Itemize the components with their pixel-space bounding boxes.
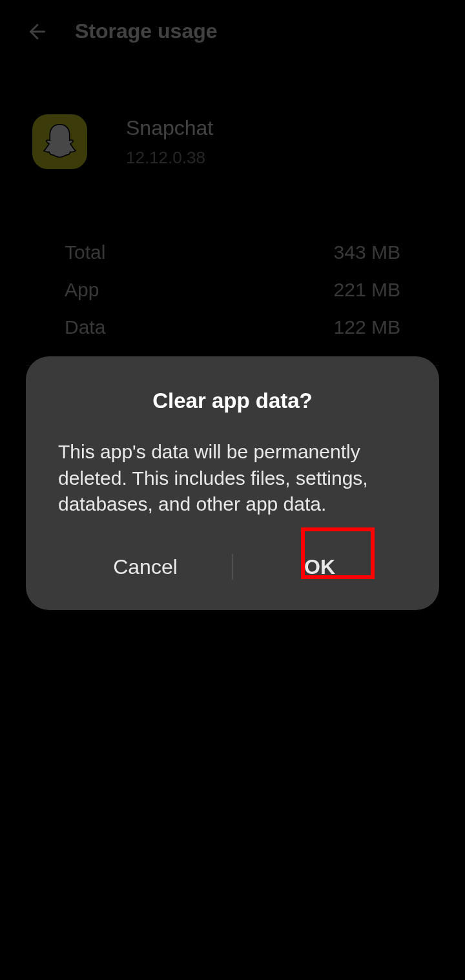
button-divider (232, 554, 233, 580)
dialog-title: Clear app data? (58, 389, 407, 413)
cancel-button[interactable]: Cancel (58, 544, 232, 591)
dialog-message: This app's data will be permanently dele… (58, 439, 407, 518)
dialog-button-row: Cancel OK (58, 544, 407, 591)
modal-overlay: Clear app data? This app's data will be … (0, 0, 465, 980)
ok-button[interactable]: OK (232, 544, 407, 591)
clear-data-dialog: Clear app data? This app's data will be … (26, 356, 439, 610)
